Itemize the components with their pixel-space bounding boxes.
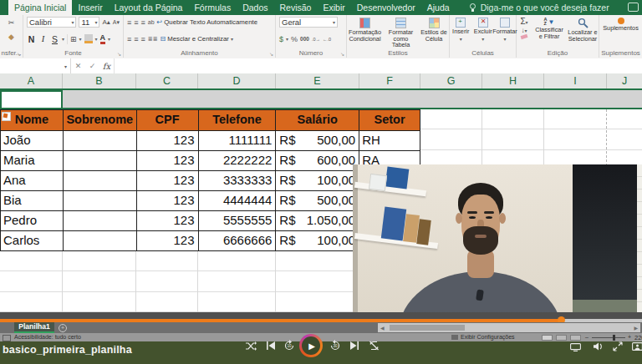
name-box[interactable]: ▾ bbox=[0, 58, 71, 73]
tell-me-search[interactable]: Diga-me o que você deseja fazer bbox=[469, 0, 609, 15]
font-color-icon[interactable]: A bbox=[100, 33, 106, 44]
cell-nome[interactable]: Carlos bbox=[1, 231, 64, 251]
dialog-launcher-icon[interactable]: ↘ bbox=[269, 51, 273, 57]
autosum-button[interactable]: Σ▾ bbox=[520, 17, 527, 26]
tab-layout-da-pagina[interactable]: Layout da Página bbox=[109, 0, 189, 15]
scrollbar-thumb[interactable] bbox=[390, 325, 465, 331]
col-header-C[interactable]: C bbox=[136, 73, 198, 88]
cell-salario[interactable]: R$500,00 bbox=[276, 131, 359, 151]
cell-salario[interactable]: R$100,00 bbox=[276, 231, 359, 251]
align-center-icon[interactable]: ≡ bbox=[134, 35, 138, 43]
cell-salario[interactable]: R$600,00 bbox=[276, 151, 359, 171]
cell-cpf[interactable]: 123 bbox=[137, 211, 199, 231]
col-header-G[interactable]: G bbox=[420, 73, 482, 88]
insert-function-icon[interactable]: fx bbox=[99, 58, 114, 73]
tab-dados[interactable]: Dados bbox=[237, 0, 273, 15]
wrap-text-button[interactable]: ↩ Quebrar Texto Automaticamente bbox=[157, 18, 257, 27]
repeat-off-icon[interactable] bbox=[369, 341, 380, 351]
font-size-select[interactable]: 11▾ bbox=[79, 17, 99, 28]
cell-cpf[interactable]: 123 bbox=[137, 171, 199, 191]
dialog-launcher-icon[interactable]: ↘ bbox=[340, 51, 344, 57]
next-icon[interactable] bbox=[350, 341, 359, 350]
scroll-right-icon[interactable]: ▶ bbox=[634, 325, 638, 331]
tab-ajuda[interactable]: Ajuda bbox=[421, 0, 456, 15]
cell-sobrenome[interactable] bbox=[64, 171, 137, 191]
grow-font-icon[interactable]: A▴ bbox=[102, 18, 110, 27]
macro-record-icon[interactable] bbox=[3, 335, 11, 341]
zoom-in-icon[interactable]: + bbox=[628, 334, 631, 340]
header-salario[interactable]: Salário bbox=[276, 110, 359, 131]
header-cpf[interactable]: CPF bbox=[137, 110, 199, 131]
cell-cpf[interactable]: 123 bbox=[137, 231, 199, 251]
accessibility-status[interactable]: Acessibilidade: tudo certo bbox=[14, 334, 81, 340]
comma-style-icon[interactable]: 000 bbox=[300, 36, 309, 42]
dialog-launcher-icon[interactable]: ↘ bbox=[117, 51, 121, 57]
header-telefone[interactable]: Telefone bbox=[199, 110, 277, 131]
borders-icon[interactable]: ⊞ bbox=[70, 35, 77, 43]
horizontal-scrollbar[interactable]: ◀ ▶ bbox=[378, 323, 640, 332]
forward-30-icon[interactable]: 30 bbox=[329, 340, 341, 351]
indent-icons[interactable]: ≣≣ bbox=[148, 35, 158, 43]
cell-nome[interactable]: Ana bbox=[1, 171, 64, 191]
cell-nome[interactable]: Pedro bbox=[1, 211, 64, 231]
decrease-decimal-icon[interactable]: ←.0 bbox=[323, 37, 331, 42]
view-page-break-button[interactable] bbox=[570, 335, 581, 341]
tab-inserir[interactable]: Inserir bbox=[72, 0, 108, 15]
header-sobrenome[interactable]: Sobrenome bbox=[64, 110, 137, 131]
shrink-font-icon[interactable]: A▾ bbox=[113, 18, 120, 27]
cell-cpf[interactable]: 123 bbox=[137, 151, 199, 171]
col-header-J[interactable]: J bbox=[607, 73, 642, 88]
cell-salario[interactable]: R$1.050,00 bbox=[276, 211, 359, 231]
cast-icon[interactable] bbox=[632, 342, 642, 351]
formula-input[interactable] bbox=[114, 58, 642, 73]
zoom-percent[interactable]: 220 bbox=[634, 334, 642, 341]
header-setor[interactable]: Setor bbox=[359, 110, 420, 131]
scroll-left-icon[interactable]: ◀ bbox=[380, 325, 385, 331]
cell-telefone[interactable]: 2222222 bbox=[199, 151, 277, 171]
addins-button[interactable]: Suplementos bbox=[599, 15, 642, 32]
replay-10-icon[interactable]: 10 bbox=[283, 340, 295, 351]
cell-cpf[interactable]: 123 bbox=[137, 131, 199, 151]
col-header-E[interactable]: E bbox=[276, 73, 359, 88]
underline-button[interactable]: S bbox=[50, 34, 59, 44]
paste-options-smart-tag[interactable] bbox=[2, 112, 11, 121]
italic-button[interactable]: I bbox=[38, 34, 48, 43]
clear-eraser-icon[interactable] bbox=[521, 34, 528, 39]
cell-telefone[interactable]: 3333333 bbox=[199, 171, 277, 191]
sheet-tab-planilha1[interactable]: Planilha1 bbox=[14, 322, 54, 333]
number-format-select[interactable]: Geral▾ bbox=[279, 17, 338, 28]
new-sheet-icon[interactable]: + bbox=[59, 324, 67, 332]
mini-player-icon[interactable] bbox=[570, 343, 581, 351]
merge-center-button[interactable]: ⊟ Mesclar e Centralizar ▾ bbox=[160, 35, 233, 43]
play-button[interactable]: ▶ bbox=[299, 334, 323, 357]
enter-icon[interactable]: ✓ bbox=[85, 58, 99, 73]
cell-nome[interactable]: João bbox=[1, 131, 64, 151]
comments-icon[interactable] bbox=[628, 3, 639, 12]
orientation-icon[interactable]: ab bbox=[148, 18, 155, 27]
cell-sobrenome[interactable] bbox=[64, 231, 137, 251]
font-name-select[interactable]: Calibri▾ bbox=[27, 17, 76, 28]
cell-sobrenome[interactable] bbox=[64, 211, 137, 231]
align-left-icon[interactable]: ≡ bbox=[127, 35, 131, 43]
format-painter-icon[interactable]: ◆ bbox=[8, 33, 14, 41]
tab-revisao[interactable]: Revisão bbox=[274, 0, 318, 15]
cell-salario[interactable]: R$100,00 bbox=[276, 171, 359, 191]
cell-nome[interactable]: Bia bbox=[1, 191, 64, 211]
cell-cpf[interactable]: 123 bbox=[137, 191, 199, 211]
cell-telefone[interactable]: 1111111 bbox=[199, 131, 277, 151]
view-page-layout-button[interactable] bbox=[556, 335, 567, 341]
cell-setor[interactable]: RH bbox=[359, 131, 420, 151]
shuffle-icon[interactable] bbox=[245, 341, 257, 351]
cell-salario[interactable]: R$500,00 bbox=[276, 191, 359, 211]
cut-icon[interactable]: ✂ bbox=[8, 18, 15, 27]
bold-button[interactable]: N bbox=[27, 34, 36, 44]
cell-telefone[interactable]: 4444444 bbox=[199, 191, 277, 211]
cell-nome[interactable]: Maria bbox=[1, 151, 64, 171]
tab-exibir[interactable]: Exibir bbox=[317, 0, 350, 15]
cell-sobrenome[interactable] bbox=[64, 191, 137, 211]
cell-telefone[interactable]: 6666666 bbox=[199, 231, 277, 251]
volume-icon[interactable] bbox=[593, 342, 604, 351]
col-header-H[interactable]: H bbox=[482, 73, 544, 88]
zoom-slider[interactable] bbox=[592, 337, 625, 338]
align-middle-icon[interactable]: ≡ bbox=[134, 18, 138, 27]
